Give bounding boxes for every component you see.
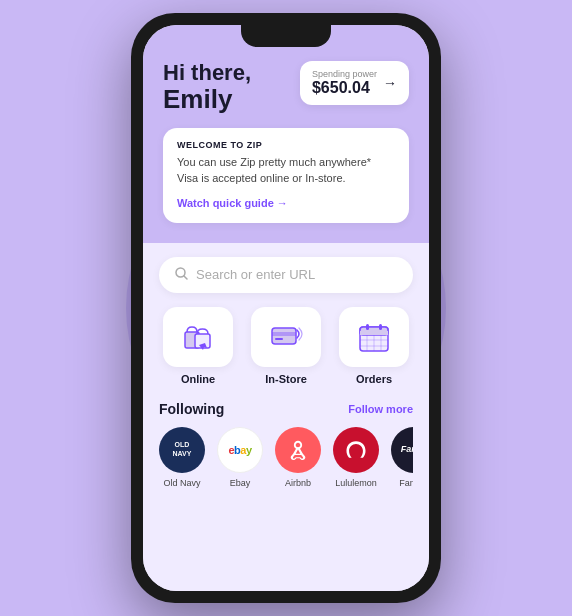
- brand-name-airbnb: Airbnb: [285, 478, 311, 488]
- svg-rect-9: [360, 331, 388, 335]
- bottom-section: Search or enter URL: [143, 243, 429, 591]
- spending-power-label: Spending power: [312, 69, 377, 79]
- online-icon: [179, 318, 217, 356]
- brand-name-ebay: Ebay: [230, 478, 251, 488]
- following-header: Following Follow more: [159, 401, 413, 417]
- brand-circle-fanatics: Fanati: [391, 427, 413, 473]
- spending-power-content: Spending power $650.04: [312, 69, 377, 97]
- online-label: Online: [181, 373, 215, 385]
- brand-circle-old-navy: OLDNAVY: [159, 427, 205, 473]
- brand-airbnb[interactable]: Airbnb: [275, 427, 321, 488]
- instore-label: In-Store: [265, 373, 307, 385]
- orders-icon-box: [339, 307, 409, 367]
- category-instore[interactable]: In-Store: [247, 307, 325, 385]
- lululemon-logo: [343, 437, 369, 463]
- category-online[interactable]: Online: [159, 307, 237, 385]
- online-icon-box: [163, 307, 233, 367]
- instore-icon-box: [251, 307, 321, 367]
- orders-icon: [355, 318, 393, 356]
- brand-circle-ebay: ebay: [217, 427, 263, 473]
- svg-rect-10: [366, 324, 369, 330]
- brand-ebay[interactable]: ebay Ebay: [217, 427, 263, 488]
- greeting-hi: Hi there,: [163, 61, 251, 85]
- brand-fanatics[interactable]: Fanati Fanatic: [391, 427, 413, 488]
- following-list: OLDNAVY Old Navy ebay Ebay: [159, 427, 413, 488]
- category-orders[interactable]: Orders: [335, 307, 413, 385]
- search-bar[interactable]: Search or enter URL: [159, 257, 413, 293]
- greeting-name: Emily: [163, 85, 251, 114]
- brand-circle-airbnb: [275, 427, 321, 473]
- search-icon: [175, 267, 188, 283]
- svg-rect-11: [379, 324, 382, 330]
- airbnb-logo: [287, 439, 309, 461]
- watch-guide-link[interactable]: Watch quick guide →: [177, 197, 288, 209]
- brand-lululemon[interactable]: Lululemon: [333, 427, 379, 488]
- following-title: Following: [159, 401, 224, 417]
- brand-name-old-navy: Old Navy: [163, 478, 200, 488]
- welcome-card-body: You can use Zip pretty much anywhere* Vi…: [177, 154, 395, 187]
- chevron-right-icon: →: [383, 75, 397, 91]
- welcome-card: WELCOME TO ZIP You can use Zip pretty mu…: [163, 128, 409, 223]
- phone-screen: Hi there, Emily Spending power $650.04 →…: [143, 25, 429, 591]
- follow-more-link[interactable]: Follow more: [348, 403, 413, 415]
- svg-line-1: [184, 276, 187, 279]
- instore-icon: [267, 318, 305, 356]
- brand-name-lululemon: Lululemon: [335, 478, 377, 488]
- phone-frame: Hi there, Emily Spending power $650.04 →…: [131, 13, 441, 603]
- svg-rect-5: [272, 332, 296, 336]
- top-section: Hi there, Emily Spending power $650.04 →…: [143, 25, 429, 243]
- spending-power-amount: $650.04: [312, 79, 377, 97]
- greeting: Hi there, Emily: [163, 61, 251, 114]
- search-placeholder: Search or enter URL: [196, 267, 315, 282]
- brand-circle-lululemon: [333, 427, 379, 473]
- phone-notch: [241, 25, 331, 47]
- ebay-logo: ebay: [228, 444, 251, 456]
- categories: Online In: [159, 307, 413, 385]
- spending-power-box[interactable]: Spending power $650.04 →: [300, 61, 409, 105]
- brand-old-navy[interactable]: OLDNAVY Old Navy: [159, 427, 205, 488]
- welcome-card-title: WELCOME TO ZIP: [177, 140, 395, 150]
- fanatics-logo: Fanati: [401, 445, 413, 455]
- header-row: Hi there, Emily Spending power $650.04 →: [163, 61, 409, 114]
- orders-label: Orders: [356, 373, 392, 385]
- svg-rect-6: [275, 338, 283, 340]
- brand-name-fanatics: Fanatic: [399, 478, 413, 488]
